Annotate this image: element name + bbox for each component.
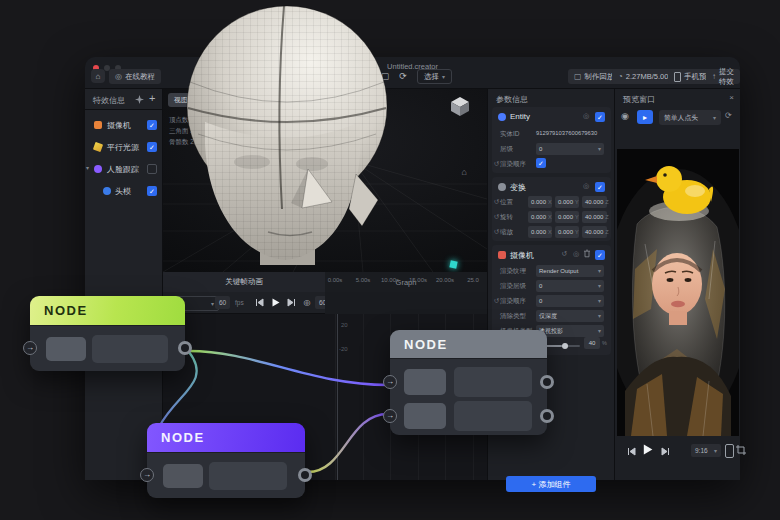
output-port[interactable] — [540, 409, 554, 423]
rotation-y-field[interactable]: 0.000Y — [555, 211, 579, 223]
visibility-checkbox[interactable]: ✓ — [147, 120, 157, 130]
nav-cube[interactable] — [449, 95, 471, 117]
output-port[interactable] — [178, 341, 192, 355]
ruler-tick: 0.00s — [328, 277, 343, 283]
render-layer-dropdown[interactable]: 0▾ — [536, 280, 604, 292]
preview-skip-forward-button[interactable] — [659, 445, 671, 457]
close-preview-icon[interactable]: × — [729, 93, 734, 102]
view-home-button[interactable]: ⌂ — [462, 167, 467, 177]
output-port[interactable] — [540, 375, 554, 389]
position-x-field[interactable]: 0.000X — [528, 196, 552, 208]
input-port[interactable]: → — [140, 468, 154, 482]
sidebar-item-light[interactable]: 平行光源 ✓ — [85, 137, 163, 157]
node-input-slot[interactable] — [404, 369, 446, 395]
playhead-line[interactable] — [337, 314, 338, 480]
record-button[interactable]: ◎ — [301, 296, 313, 308]
reset-icon[interactable]: ↺ — [494, 228, 499, 236]
node-purple[interactable]: NODE → — [147, 423, 305, 498]
render-texture-dropdown[interactable]: Render Output▾ — [536, 265, 604, 277]
node-input-slot[interactable] — [46, 337, 86, 361]
reset-icon[interactable]: ↺ — [494, 297, 499, 305]
visibility-checkbox[interactable]: ✓ — [147, 186, 157, 196]
node-header[interactable]: NODE — [147, 423, 305, 452]
visibility-icon[interactable]: ◎ — [583, 112, 589, 120]
preview-play-button[interactable] — [641, 443, 653, 455]
clear-type-dropdown[interactable]: 仅深度▾ — [536, 310, 604, 322]
layer-dropdown[interactable]: 0▾ — [536, 143, 604, 155]
render-order-checkbox[interactable]: ✓ — [536, 158, 546, 168]
home-button[interactable]: ⌂ — [91, 69, 105, 83]
node-value-slot[interactable] — [454, 401, 532, 431]
play-button[interactable] — [269, 296, 281, 308]
reset-icon[interactable]: ↺ — [561, 250, 567, 258]
node-green[interactable]: NODE → — [30, 296, 185, 371]
position-z-field[interactable]: 40.000Z — [582, 196, 607, 208]
reset-icon[interactable]: ↺ — [494, 213, 499, 221]
rotation-z-field[interactable]: 40.000Z — [582, 211, 607, 223]
transform-gizmo[interactable] — [449, 260, 457, 268]
scale-y-field[interactable]: 0.000Y — [555, 226, 579, 238]
preview-skip-back-button[interactable] — [625, 445, 637, 457]
node-value-slot[interactable] — [92, 335, 168, 363]
sidebar-item-face-tracking[interactable]: ▾ 人脸跟踪 — [85, 159, 163, 179]
refresh-tool-button[interactable]: ⟳ — [395, 68, 411, 84]
skip-back-button[interactable] — [253, 296, 265, 308]
transform-enabled-checkbox[interactable]: ✓ — [595, 182, 605, 192]
aspect-ratio-dropdown[interactable]: 9:16▾ — [691, 444, 721, 457]
add-object-button[interactable]: + — [149, 92, 155, 104]
input-port[interactable]: → — [383, 375, 397, 389]
fov-value-field[interactable]: 40 — [584, 337, 600, 349]
tutorial-button[interactable]: ◎ 在线教程 — [109, 69, 161, 84]
rotation-x-field[interactable]: 0.000X — [528, 211, 552, 223]
info-icon[interactable]: ◎ — [573, 250, 579, 258]
info-icon[interactable]: ◎ — [583, 182, 589, 190]
refresh-preview-icon[interactable]: ⟳ — [725, 111, 732, 120]
video-source-button[interactable]: ▸ — [637, 110, 653, 124]
preview-panel: 预览窗口 × ◉ ▸ 简单人点头▾ ⟳ — [614, 89, 740, 480]
scale-x-field[interactable]: 0.000X — [528, 226, 552, 238]
time-ruler[interactable] — [325, 292, 487, 314]
expand-caret-icon[interactable]: ▾ — [86, 164, 89, 171]
sidebar-item-head-model[interactable]: 头模 ✓ — [85, 181, 163, 201]
render-order-dropdown[interactable]: 0▾ — [536, 295, 604, 307]
camera-enabled-checkbox[interactable]: ✓ — [595, 250, 605, 260]
node-header[interactable]: NODE — [390, 330, 547, 358]
sidebar-title: 特效信息 — [93, 95, 125, 106]
preview-video-frame[interactable] — [617, 149, 739, 436]
star-icon[interactable] — [135, 95, 144, 104]
select-mode-dropdown[interactable]: 选择 ▾ — [417, 69, 452, 84]
layer-label: 层级 — [500, 145, 513, 154]
sidebar-item-camera[interactable]: 摄像机 ✓ — [85, 115, 163, 135]
node-input-slot[interactable] — [404, 403, 446, 429]
trash-icon[interactable] — [583, 249, 591, 258]
tab-keyframe-animation[interactable]: 关键帧动画 — [163, 272, 325, 292]
node-value-slot[interactable] — [209, 462, 287, 490]
entity-enabled-checkbox[interactable]: ✓ — [595, 112, 605, 122]
head-model-3d[interactable] — [180, 4, 395, 266]
crop-icon[interactable] — [736, 445, 746, 455]
input-port[interactable]: → — [23, 341, 37, 355]
add-component-button[interactable]: + 添加组件 — [506, 476, 596, 492]
visibility-checkbox[interactable]: ✓ — [147, 142, 157, 152]
node-gray[interactable]: NODE → → — [390, 330, 547, 435]
reset-icon[interactable]: ↺ — [494, 198, 499, 206]
scale-z-field[interactable]: 40.000Z — [582, 226, 607, 238]
submit-effect-button[interactable]: ↑ 提交特效 — [706, 69, 740, 84]
fov-slider-knob[interactable] — [562, 343, 568, 349]
output-port[interactable] — [298, 468, 312, 482]
model-video-dropdown[interactable]: 简单人点头▾ — [659, 110, 721, 125]
home-icon: ⌂ — [96, 72, 101, 81]
skip-forward-button[interactable] — [285, 296, 297, 308]
camera-source-button[interactable]: ◉ — [621, 111, 629, 121]
position-y-field[interactable]: 0.000Y — [555, 196, 579, 208]
phone-orientation-icon[interactable] — [725, 444, 734, 458]
tab-graph[interactable]: Graph — [325, 272, 487, 292]
input-port[interactable]: → — [383, 409, 397, 423]
fps-value-chip[interactable]: 60 — [215, 296, 230, 309]
node-input-slot[interactable] — [163, 464, 203, 488]
node-value-slot[interactable] — [454, 367, 532, 397]
visibility-checkbox[interactable] — [147, 164, 157, 174]
reset-icon[interactable]: ↺ — [494, 160, 499, 168]
ruler-tick: 15.00s — [409, 277, 427, 283]
node-header[interactable]: NODE — [30, 296, 185, 325]
